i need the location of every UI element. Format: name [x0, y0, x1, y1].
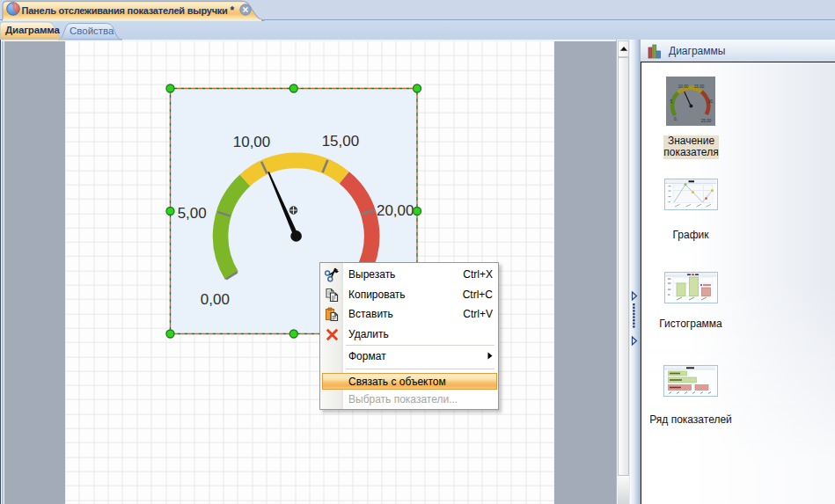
svg-text:10,00: 10,00 [233, 134, 271, 150]
svg-text:5,00: 5,00 [178, 205, 207, 222]
svg-text:0,: 0, [674, 117, 678, 121]
svg-text:15,00: 15,00 [694, 84, 705, 89]
svg-text:15,00: 15,00 [322, 133, 360, 150]
svg-text:5,: 5, [670, 99, 674, 104]
svg-text:0,00: 0,00 [201, 291, 230, 308]
svg-text:20,: 20, [708, 99, 714, 104]
svg-text:25,00: 25,00 [701, 119, 712, 123]
svg-text:10,00: 10,00 [678, 84, 689, 89]
svg-text:20,00: 20,00 [377, 202, 414, 219]
